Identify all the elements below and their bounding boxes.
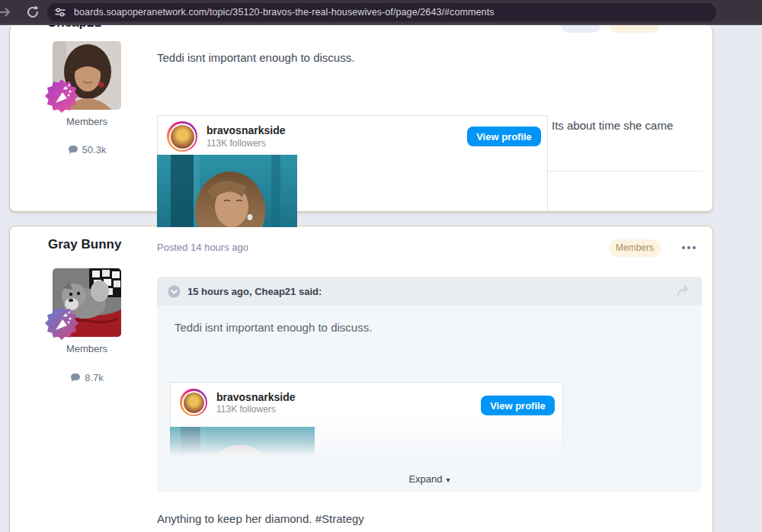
comment-count: 50.3k (34, 144, 140, 155)
site-info-icon[interactable] (54, 6, 66, 18)
member-group-label: Members (34, 343, 140, 354)
author-name-cutoff[interactable]: Cheap21 (47, 25, 139, 31)
speech-bubble-icon (70, 373, 81, 383)
forward-arrow-icon[interactable] (0, 5, 13, 19)
expand-quote-button[interactable]: Expand▾ (157, 473, 702, 485)
caret-down-icon: ▾ (447, 476, 450, 484)
comment-count-value: 50.3k (82, 144, 107, 155)
reply-arrow-icon[interactable] (676, 285, 691, 297)
comment-count: 8.7k (34, 372, 140, 383)
members-badge-pill: Members (609, 239, 661, 257)
badge-pill-cutoff-blue (561, 25, 600, 33)
post-body-text: Anything to keep her diamond. #Strategy (157, 512, 364, 525)
member-group-label: Members (34, 116, 140, 127)
comment-count-value: 8.7k (85, 372, 104, 383)
address-bar[interactable]: boards.soapoperanetwork.com/topic/35120-… (47, 3, 716, 21)
instagram-avatar[interactable] (167, 121, 197, 152)
quote-header[interactable]: 15 hours ago, Cheap21 said: (157, 277, 702, 306)
browser-toolbar: boards.soapoperanetwork.com/topic/35120-… (0, 0, 762, 25)
post-card-main: Gray Bunny Posted 14 hours ago Members (9, 226, 713, 532)
instagram-photo[interactable] (157, 155, 297, 227)
quoted-text: Teddi isnt important enough to discuss. (174, 321, 372, 334)
post-card-partial: Members 50.3k Teddi isnt important enoug… (9, 25, 713, 212)
author-name[interactable]: Gray Bunny (48, 237, 121, 252)
posted-time: Posted 14 hours ago (157, 242, 248, 253)
expand-label: Expand (408, 473, 442, 485)
quote-body: Teddi isnt important enough to discuss. … (157, 306, 702, 492)
celebration-badge-icon (45, 79, 78, 113)
celebration-badge-icon (45, 306, 78, 340)
post-body-text-occluded: Its about time she came (552, 119, 712, 132)
quote-truncation-fade (157, 412, 702, 473)
instagram-followers: 113K followers (207, 138, 266, 149)
instagram-username[interactable]: bravosnarkside (216, 391, 296, 403)
url-text: boards.soapoperanetwork.com/topic/35120-… (74, 7, 495, 18)
speech-bubble-icon (68, 145, 78, 155)
quote-block: 15 hours ago, Cheap21 said: Teddi isnt i… (157, 277, 702, 492)
instagram-username[interactable]: bravosnarkside (207, 124, 286, 136)
post-body-text: Teddi isnt important enough to discuss. (157, 51, 354, 64)
reload-icon[interactable] (25, 5, 40, 20)
badge-pill-cutoff-members (610, 25, 660, 33)
view-profile-button[interactable]: View profile (467, 127, 541, 146)
quote-attribution: 15 hours ago, Cheap21 said: (187, 286, 322, 297)
chevron-circle-icon[interactable] (168, 285, 181, 298)
post-options-icon[interactable] (679, 243, 699, 252)
